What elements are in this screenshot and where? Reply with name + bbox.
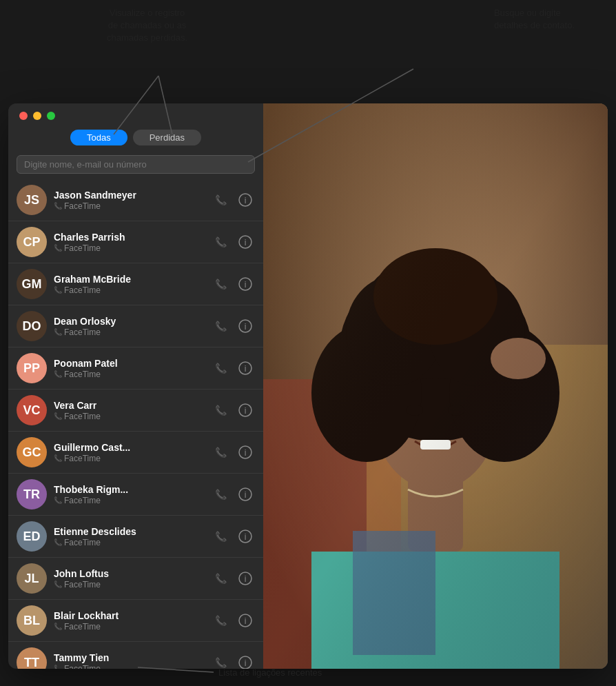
- info-button[interactable]: i: [236, 274, 255, 294]
- avatar: JS: [17, 185, 47, 215]
- svg-text:i: i: [245, 406, 247, 416]
- traffic-lights: [19, 112, 55, 120]
- svg-text:i: i: [245, 658, 247, 668]
- phone-small-icon: 📞: [54, 581, 62, 588]
- contact-name: Dean Orlosky: [54, 316, 205, 327]
- contact-name: Tammy Tien: [54, 652, 205, 663]
- tab-missed[interactable]: Perdidas: [133, 130, 201, 145]
- titlebar: [8, 103, 263, 125]
- svg-text:i: i: [245, 532, 247, 542]
- list-item[interactable]: TRThobeka Rigm...📞 FaceTime📞i: [8, 474, 263, 516]
- svg-text:i: i: [245, 616, 247, 626]
- svg-text:i: i: [245, 322, 247, 332]
- list-item[interactable]: JSJason Sandmeyer📞 FaceTime📞i: [8, 179, 263, 221]
- phone-small-icon: 📞: [54, 665, 62, 669]
- phone-small-icon: 📞: [54, 412, 62, 420]
- contact-type: 📞 FaceTime: [54, 622, 205, 632]
- info-button[interactable]: i: [236, 611, 255, 630]
- info-button[interactable]: i: [236, 401, 255, 420]
- avatar: VC: [17, 395, 47, 425]
- call-button[interactable]: 📞: [211, 401, 230, 420]
- tab-all[interactable]: Todas: [70, 130, 127, 145]
- list-item[interactable]: TTTammy Tien📞 FaceTime📞i: [8, 642, 263, 669]
- list-item[interactable]: PPPoonam Patel📞 FaceTime📞i: [8, 347, 263, 390]
- contact-info: Blair Lockhart📞 FaceTime: [54, 610, 205, 632]
- contact-type: 📞 FaceTime: [54, 370, 205, 379]
- svg-text:i: i: [245, 238, 247, 248]
- contact-type: 📞 FaceTime: [54, 327, 205, 337]
- contact-info: Charles Parrish📞 FaceTime: [54, 232, 205, 253]
- list-item[interactable]: BLBlair Lockhart📞 FaceTime📞i: [8, 600, 263, 642]
- search-container: [8, 151, 263, 179]
- call-button[interactable]: 📞: [211, 611, 230, 630]
- photo-panel: [263, 103, 608, 669]
- sidebar: Todas Perdidas JSJason Sandmeyer📞 FaceTi…: [8, 103, 263, 669]
- call-button[interactable]: 📞: [211, 527, 230, 546]
- list-item[interactable]: GMGraham McBride📞 FaceTime📞i: [8, 263, 263, 305]
- contact-type: 📞 FaceTime: [54, 454, 205, 463]
- contact-info: John Loftus📞 FaceTime: [54, 568, 205, 589]
- search-input[interactable]: [17, 155, 255, 174]
- list-item[interactable]: VCVera Carr📞 FaceTime📞i: [8, 390, 263, 432]
- contact-name: Jason Sandmeyer: [54, 190, 205, 201]
- call-button[interactable]: 📞: [211, 232, 230, 252]
- contact-info: Guillermo Cast...📞 FaceTime: [54, 442, 205, 463]
- close-button[interactable]: [19, 112, 28, 120]
- info-button[interactable]: i: [236, 527, 255, 546]
- list-item[interactable]: JLJohn Loftus📞 FaceTime📞i: [8, 558, 263, 600]
- list-item[interactable]: GCGuillermo Cast...📞 FaceTime📞i: [8, 432, 263, 474]
- phone-small-icon: 📞: [54, 454, 62, 462]
- list-item[interactable]: CPCharles Parrish📞 FaceTime📞i: [8, 221, 263, 263]
- avatar: GC: [17, 437, 47, 467]
- list-item[interactable]: EDEtienne Desclides📞 FaceTime📞i: [8, 516, 263, 558]
- phone-small-icon: 📞: [54, 328, 62, 336]
- call-button[interactable]: 📞: [211, 569, 230, 588]
- contact-type: 📞 FaceTime: [54, 285, 205, 295]
- call-button[interactable]: 📞: [211, 485, 230, 504]
- contact-list: JSJason Sandmeyer📞 FaceTime📞iCPCharles P…: [8, 179, 263, 669]
- contact-actions: 📞i: [211, 611, 255, 630]
- call-button[interactable]: 📞: [211, 653, 230, 669]
- info-button[interactable]: i: [236, 569, 255, 588]
- avatar: JL: [17, 563, 47, 594]
- info-button[interactable]: i: [236, 316, 255, 336]
- call-button[interactable]: 📞: [211, 274, 230, 294]
- info-button[interactable]: i: [236, 443, 255, 462]
- maximize-button[interactable]: [47, 112, 55, 120]
- call-button[interactable]: 📞: [211, 359, 230, 378]
- contact-info: Poonam Patel📞 FaceTime: [54, 358, 205, 379]
- annotation-calls-history: Visualize o registrode chamadas ou ascha…: [107, 7, 187, 45]
- avatar: ED: [17, 521, 47, 552]
- list-item[interactable]: DODean Orlosky📞 FaceTime📞i: [8, 305, 263, 347]
- contact-type: 📞 FaceTime: [54, 538, 205, 547]
- info-button[interactable]: i: [236, 190, 255, 210]
- avatar: TT: [17, 647, 47, 669]
- contact-actions: 📞i: [211, 527, 255, 546]
- contact-info: Tammy Tien📞 FaceTime: [54, 652, 205, 669]
- contact-name: Etienne Desclides: [54, 526, 205, 537]
- contact-type: 📞 FaceTime: [54, 580, 205, 589]
- call-button[interactable]: 📞: [211, 316, 230, 336]
- avatar: DO: [17, 311, 47, 341]
- photo-background: [263, 103, 608, 669]
- minimize-button[interactable]: [33, 112, 41, 120]
- svg-text:i: i: [245, 574, 247, 584]
- contact-actions: 📞i: [211, 485, 255, 504]
- contact-name: Blair Lockhart: [54, 610, 205, 621]
- info-button[interactable]: i: [236, 485, 255, 504]
- svg-text:i: i: [245, 280, 247, 290]
- contact-actions: 📞i: [211, 190, 255, 210]
- phone-small-icon: 📞: [54, 538, 62, 546]
- info-button[interactable]: i: [236, 359, 255, 378]
- info-button[interactable]: i: [236, 653, 255, 669]
- contact-actions: 📞i: [211, 653, 255, 669]
- phone-small-icon: 📞: [54, 370, 62, 378]
- call-button[interactable]: 📞: [211, 443, 230, 462]
- avatar: CP: [17, 227, 47, 257]
- call-button[interactable]: 📞: [211, 190, 230, 210]
- info-button[interactable]: i: [236, 232, 255, 252]
- contact-type: 📞 FaceTime: [54, 201, 205, 211]
- contact-name: Vera Carr: [54, 400, 205, 411]
- contact-type: 📞 FaceTime: [54, 412, 205, 421]
- contact-name: Thobeka Rigm...: [54, 484, 205, 495]
